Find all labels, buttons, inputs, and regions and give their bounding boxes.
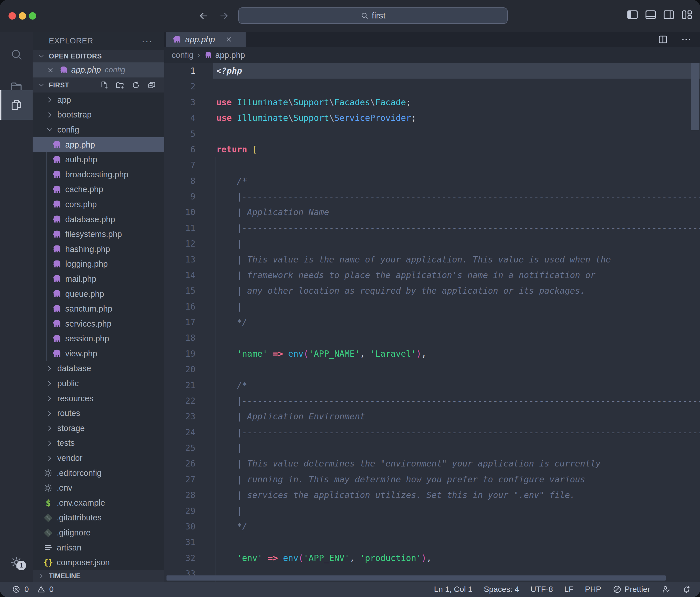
settings-gear-button[interactable]: 1 bbox=[0, 548, 33, 577]
code-line-1[interactable]: 1<?php bbox=[164, 63, 700, 79]
formatter-indicator[interactable]: Prettier bbox=[612, 585, 650, 594]
project-section-header[interactable]: FIRST bbox=[33, 77, 164, 93]
code-line-12[interactable]: 12 | bbox=[164, 236, 700, 252]
toggle-panel-icon[interactable] bbox=[644, 8, 657, 21]
code-line-8[interactable]: 8 /* bbox=[164, 173, 700, 189]
tree-item-database[interactable]: database bbox=[33, 361, 164, 376]
timeline-section-header[interactable]: TIMELINE bbox=[33, 570, 164, 582]
code-line-22[interactable]: 22 |------------------------------------… bbox=[164, 393, 700, 409]
tree-item-cors-php[interactable]: cors.php bbox=[33, 197, 164, 212]
encoding-setting[interactable]: UTF-8 bbox=[530, 585, 553, 594]
new-folder-icon[interactable] bbox=[116, 80, 125, 90]
command-center-search[interactable]: first bbox=[238, 7, 508, 24]
tree-item-app[interactable]: app bbox=[33, 93, 164, 108]
code-line-6[interactable]: 6return [ bbox=[164, 142, 700, 157]
code-line-4[interactable]: 4use Illuminate\Support\ServiceProvider; bbox=[164, 110, 700, 126]
code-line-24[interactable]: 24 |------------------------------------… bbox=[164, 425, 700, 440]
breadcrumb-folder[interactable]: config bbox=[172, 50, 194, 60]
tree-item-sanctum-php[interactable]: sanctum.php bbox=[33, 301, 164, 316]
tree-item-storage[interactable]: storage bbox=[33, 421, 164, 436]
tree-item-tests[interactable]: tests bbox=[33, 436, 164, 451]
tree-item-view-php[interactable]: view.php bbox=[33, 346, 164, 361]
tree-item--env[interactable]: .env bbox=[33, 480, 164, 496]
tree-item-filesystems-php[interactable]: filesystems.php bbox=[33, 227, 164, 242]
code-line-11[interactable]: 11 |------------------------------------… bbox=[164, 220, 700, 236]
tree-item-mail-php[interactable]: mail.php bbox=[33, 271, 164, 287]
refresh-icon[interactable] bbox=[131, 80, 141, 90]
tree-item--gitignore[interactable]: .gitignore bbox=[33, 525, 164, 540]
code-line-25[interactable]: 25 | bbox=[164, 440, 700, 456]
code-line-9[interactable]: 9 |-------------------------------------… bbox=[164, 189, 700, 204]
tree-item-routes[interactable]: routes bbox=[33, 406, 164, 421]
code-line-21[interactable]: 21 /* bbox=[164, 377, 700, 393]
tree-item-services-php[interactable]: services.php bbox=[33, 316, 164, 331]
tree-item-resources[interactable]: resources bbox=[33, 391, 164, 406]
code-line-23[interactable]: 23 | Application Environment bbox=[164, 409, 700, 424]
code-line-16[interactable]: 16 | bbox=[164, 299, 700, 314]
tree-item-cache-php[interactable]: cache.php bbox=[33, 182, 164, 197]
tree-item--editorconfig[interactable]: .editorconfig bbox=[33, 465, 164, 481]
tree-item-broadcasting-php[interactable]: broadcasting.php bbox=[33, 167, 164, 182]
cursor-position[interactable]: Ln 1, Col 1 bbox=[434, 585, 472, 594]
close-window-button[interactable] bbox=[8, 12, 16, 20]
errors-icon[interactable] bbox=[12, 585, 20, 594]
tree-item-artisan[interactable]: artisan bbox=[33, 540, 164, 555]
code-line-20[interactable]: 20 bbox=[164, 361, 700, 377]
code-line-10[interactable]: 10 | Application Name bbox=[164, 204, 700, 220]
code-line-15[interactable]: 15 | any other location as required by t… bbox=[164, 283, 700, 298]
breadcrumb-file[interactable]: app.php bbox=[215, 50, 245, 60]
code-line-2[interactable]: 2 bbox=[164, 79, 700, 94]
code-line-5[interactable]: 5 bbox=[164, 126, 700, 142]
activity-explorer-item[interactable] bbox=[0, 90, 33, 120]
code-line-19[interactable]: 19 'name' => env('APP_NAME', 'Laravel'), bbox=[164, 346, 700, 361]
close-icon[interactable] bbox=[47, 66, 54, 74]
vertical-scrollbar[interactable] bbox=[691, 63, 699, 130]
close-tab-icon[interactable] bbox=[225, 36, 232, 43]
code-line-3[interactable]: 3use Illuminate\Support\Facades\Facade; bbox=[164, 95, 700, 110]
tree-item-vendor[interactable]: vendor bbox=[33, 451, 164, 465]
split-editor-icon[interactable] bbox=[657, 34, 668, 45]
tree-item-session-php[interactable]: session.php bbox=[33, 331, 164, 347]
eol-setting[interactable]: LF bbox=[564, 585, 574, 594]
code-line-7[interactable]: 7 bbox=[164, 157, 700, 173]
account-icon[interactable] bbox=[661, 585, 671, 594]
code-line-13[interactable]: 13 | This value is the name of your appl… bbox=[164, 252, 700, 267]
tree-item-config[interactable]: config bbox=[33, 122, 164, 137]
tree-item-queue-php[interactable]: queue.php bbox=[33, 287, 164, 302]
tree-item--env-example[interactable]: $.env.example bbox=[33, 496, 164, 510]
tree-item-app-php[interactable]: app.php bbox=[33, 137, 164, 152]
code-line-32[interactable]: 32 'env' => env('APP_ENV', 'production')… bbox=[164, 550, 700, 566]
tree-item-auth-php[interactable]: auth.php bbox=[33, 152, 164, 167]
code-line-17[interactable]: 17 */ bbox=[164, 314, 700, 330]
tree-item-database-php[interactable]: database.php bbox=[33, 212, 164, 227]
customize-layout-icon[interactable] bbox=[681, 8, 693, 21]
code-editor[interactable]: 1<?php23use Illuminate\Support\Facades\F… bbox=[164, 63, 700, 582]
tree-item-bootstrap[interactable]: bootstrap bbox=[33, 108, 164, 123]
code-line-31[interactable]: 31 bbox=[164, 534, 700, 550]
open-editor-item[interactable]: app.php config bbox=[33, 63, 164, 77]
forward-arrow-icon[interactable] bbox=[219, 11, 229, 21]
language-mode[interactable]: PHP bbox=[585, 585, 601, 594]
errors-count[interactable]: 0 bbox=[24, 585, 29, 594]
explorer-more-actions-icon[interactable]: ··· bbox=[142, 35, 153, 47]
tree-item--gitattributes[interactable]: .gitattributes bbox=[33, 510, 164, 525]
toggle-primary-sidebar-icon[interactable] bbox=[626, 8, 639, 21]
code-line-28[interactable]: 28 | services the application utilizes. … bbox=[164, 487, 700, 503]
code-line-29[interactable]: 29 | bbox=[164, 503, 700, 519]
minimize-window-button[interactable] bbox=[19, 12, 26, 20]
tree-item-public[interactable]: public bbox=[33, 376, 164, 391]
warnings-count[interactable]: 0 bbox=[49, 585, 54, 594]
zoom-window-button[interactable] bbox=[29, 12, 36, 20]
code-line-27[interactable]: 27 | running in. This may determine how … bbox=[164, 472, 700, 487]
horizontal-scrollbar[interactable] bbox=[167, 575, 666, 580]
tree-item-hashing-php[interactable]: hashing.php bbox=[33, 242, 164, 257]
code-line-14[interactable]: 14 | framework needs to place the applic… bbox=[164, 267, 700, 283]
code-line-30[interactable]: 30 */ bbox=[164, 519, 700, 534]
new-file-icon[interactable] bbox=[100, 80, 109, 90]
more-actions-icon[interactable] bbox=[681, 34, 692, 45]
open-editors-section-header[interactable]: OPEN EDITORS bbox=[33, 50, 164, 63]
indentation-setting[interactable]: Spaces: 4 bbox=[484, 585, 519, 594]
back-arrow-icon[interactable] bbox=[199, 11, 209, 21]
tab-app-php[interactable]: app.php bbox=[166, 32, 246, 47]
code-line-26[interactable]: 26 | This value determines the "environm… bbox=[164, 456, 700, 471]
